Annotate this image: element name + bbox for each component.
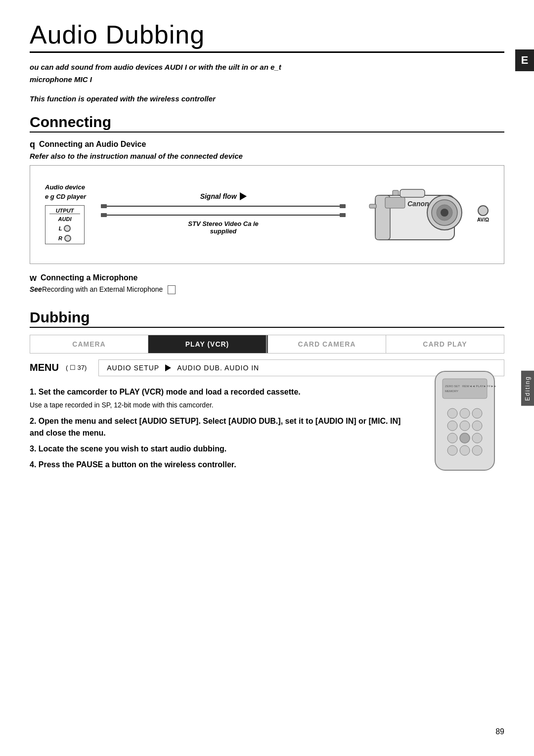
svg-point-16 — [447, 421, 457, 431]
subsection1-label: q Connecting an Audio Device — [30, 139, 504, 150]
dubbing-section-title: Dubbing — [30, 309, 504, 326]
port-r-circle — [64, 235, 71, 242]
camera-image: Canon — [360, 176, 469, 252]
connecting-underline — [30, 132, 504, 133]
mode-card-play[interactable]: CARD PLAY — [386, 335, 504, 353]
cable-connector-l2 — [101, 213, 107, 217]
menu-ref: ( ☐ 37) — [66, 364, 87, 371]
menu-path-item1: AUDIO SETUP — [107, 364, 159, 372]
svg-point-14 — [460, 408, 470, 418]
dubbing-underline — [30, 327, 504, 328]
port-r-label: R — [58, 235, 62, 241]
subsection1-text: Connecting an Audio Device — [39, 140, 146, 149]
port-l-label: L — [59, 225, 62, 231]
av-port-label: AV/Ω — [477, 217, 489, 222]
subsection2-prefix: w — [30, 273, 37, 283]
signal-flow-label: Signal flow — [200, 192, 247, 200]
wire-line-2 — [101, 213, 346, 217]
subsection1-prefix: q — [30, 139, 35, 150]
intro-line1: ou can add sound from audio devices AUDI… — [30, 62, 504, 73]
port-l-circle — [64, 225, 71, 232]
subsection1-instruction: Refer also to the instruction manual of … — [30, 152, 504, 160]
connecting-section-title: Connecting — [30, 114, 504, 131]
svg-point-21 — [472, 433, 482, 443]
svg-text:MEMORY: MEMORY — [445, 390, 458, 393]
svg-text:ZERO SET: ZERO SET — [445, 385, 460, 388]
svg-point-18 — [472, 421, 482, 431]
menu-path-arrow — [165, 364, 171, 371]
cable-connector-r1 — [340, 204, 346, 208]
mode-play-vcr[interactable]: PLAY (VCR) — [148, 335, 267, 353]
subsection2-text: Connecting a Microphone — [41, 273, 137, 282]
mode-camera[interactable]: CAMERA — [30, 335, 148, 353]
svg-rect-7 — [385, 197, 405, 208]
output-box: UTPUT AUDI L R — [45, 205, 85, 244]
intro-line2: microphone MIC I — [30, 75, 504, 84]
connection-diagram: Audio device e g CD player UTPUT AUDI L … — [30, 165, 504, 264]
e-tab-label: E — [515, 49, 534, 71]
see-text: SeeRecording with an External Microphone — [30, 285, 504, 294]
see-recording-text: Recording with an External Microphone — [42, 285, 163, 293]
svg-point-23 — [460, 445, 470, 455]
svg-point-4 — [441, 209, 448, 217]
audio-device-label: Audio device e g CD player — [45, 183, 86, 201]
audio-device-section: Audio device e g CD player UTPUT AUDI L … — [45, 183, 86, 244]
steps-and-remote: ZERO SET MEMORY REW◄◄ PLAY► FF►► 1. Set … — [30, 386, 504, 471]
cable-connector-l1 — [101, 204, 107, 208]
svg-point-24 — [472, 445, 482, 455]
mode-card-camera[interactable]: CARD CAMERA — [268, 335, 386, 353]
subsection2-label: w Connecting a Microphone — [30, 273, 504, 283]
microphone-section: w Connecting a Microphone SeeRecording w… — [30, 273, 504, 294]
stv-label: STV Stereo Video Ca le supplied — [188, 220, 259, 235]
svg-point-13 — [447, 408, 457, 418]
signal-flow-area: Signal flow STV Stereo Video Ca le — [86, 192, 360, 235]
menu-label: MENU — [30, 362, 59, 373]
mode-selector-bar: CAMERA PLAY (VCR) CARD CAMERA CARD PLAY — [30, 335, 504, 354]
svg-point-20 — [460, 433, 470, 443]
intro-line3: This function is operated with the wirel… — [30, 94, 504, 103]
wire-line-1 — [101, 204, 346, 208]
book-icon — [168, 285, 176, 294]
svg-point-15 — [472, 408, 482, 418]
svg-text:REW◄◄ PLAY► FF►►: REW◄◄ PLAY► FF►► — [462, 385, 496, 388]
title-underline — [30, 51, 504, 53]
av-port-circle — [478, 205, 489, 216]
svg-text:Canon: Canon — [407, 200, 429, 208]
see-bold: See — [30, 285, 42, 293]
svg-point-22 — [447, 445, 457, 455]
output-label: UTPUT — [49, 208, 80, 214]
audio-label: AUDI — [58, 216, 72, 222]
cable-connector-r2 — [340, 213, 346, 217]
svg-point-19 — [447, 433, 457, 443]
menu-path-item2: AUDIO DUB. AUDIO IN — [177, 364, 259, 372]
av-port: AV/Ω — [477, 205, 489, 222]
svg-rect-9 — [393, 190, 399, 195]
svg-rect-12 — [443, 379, 487, 399]
editing-sidebar-label: Editing — [521, 371, 534, 406]
remote-control-image: ZERO SET MEMORY REW◄◄ PLAY► FF►► — [425, 366, 504, 477]
svg-point-17 — [460, 421, 470, 431]
page-title: Audio Dubbing — [30, 20, 504, 49]
svg-rect-10 — [369, 204, 376, 208]
page-number: 89 — [495, 727, 504, 736]
svg-rect-5 — [400, 189, 425, 197]
camera-section: Canon AV/Ω — [360, 176, 489, 252]
signal-flow-arrow — [240, 192, 247, 200]
